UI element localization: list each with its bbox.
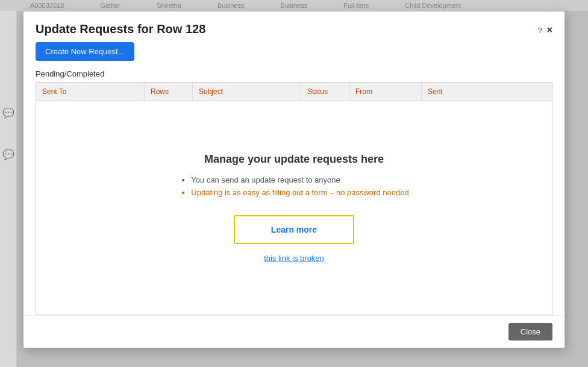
broken-link[interactable]: this link is broken [264,254,324,263]
modal-controls: ? × [537,25,552,36]
table-body-empty: Manage your update requests here You can… [36,101,552,315]
close-x-icon[interactable]: × [547,25,552,36]
col-sent: Sent [422,83,482,101]
requests-table: Sent To Rows Subject Status From Sent Ma… [36,82,552,315]
modal-title: Update Requests for Row 128 [36,22,205,36]
learn-more-button[interactable]: Learn more [234,215,354,244]
col-from: From [349,83,422,101]
update-requests-modal: Update Requests for Row 128 ? × Create N… [23,11,565,348]
col-sent-to: Sent To [36,83,145,101]
col-status: Status [301,83,349,101]
modal-footer: Close [23,315,565,348]
bullet-2: Updating is as easy as filling out a for… [191,188,408,197]
empty-state-bullets: You can send an update request to anyone… [179,175,408,201]
table-header: Sent To Rows Subject Status From Sent [36,83,552,101]
empty-state-title: Manage your update requests here [204,153,384,166]
modal-overlay: Update Requests for Row 128 ? × Create N… [0,0,588,367]
pending-completed-label: Pending/Completed [23,69,565,82]
close-button[interactable]: Close [508,323,552,340]
empty-state: Manage your update requests here You can… [179,153,408,263]
col-rows: Rows [145,83,193,101]
create-new-request-button[interactable]: Create New Request... [36,42,134,61]
bullet-1: You can send an update request to anyone [191,175,408,184]
modal-header: Update Requests for Row 128 ? × [23,11,565,42]
help-icon[interactable]: ? [537,26,542,35]
col-subject: Subject [193,83,301,101]
